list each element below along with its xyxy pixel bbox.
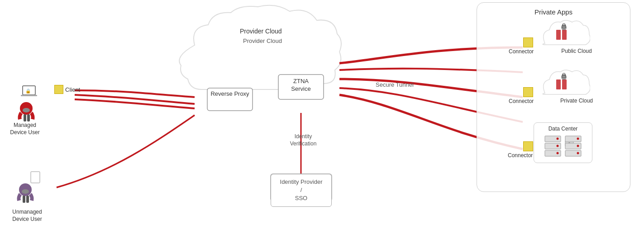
reverse-proxy-label: Reverse Proxy — [207, 90, 253, 98]
svg-rect-17 — [556, 30, 561, 40]
ztna-service-label: ZTNAService — [278, 78, 324, 93]
identity-verification-label: IdentityVerification — [281, 133, 326, 147]
public-cloud-connector-box — [523, 37, 533, 47]
svg-rect-16 — [26, 196, 29, 203]
svg-rect-6 — [21, 95, 37, 96]
diagram-container: Provider Cloud Provider Cloud ZTNASer — [0, 0, 644, 229]
private-cloud-connector-label: Connector — [509, 98, 534, 104]
managed-device-user-icon: 🔒 — [8, 79, 44, 126]
private-apps-container: Private Apps Public Cloud Connector — [477, 2, 630, 192]
svg-point-14 — [22, 189, 29, 194]
managed-device-label: ManagedDevice User — [7, 122, 43, 136]
svg-point-28 — [557, 138, 559, 140]
data-center-box: Data Center — [534, 122, 592, 163]
secure-tunnel-label: Secure Tunnel — [376, 81, 414, 89]
svg-point-38 — [577, 145, 579, 147]
svg-point-9 — [23, 108, 30, 112]
public-cloud-connector-label: Connector — [509, 48, 534, 55]
client-area: Client — [54, 85, 80, 94]
client-connector-box — [54, 85, 63, 94]
svg-rect-12 — [31, 172, 40, 183]
public-cloud-svg — [536, 19, 590, 52]
private-cloud-label: Private Cloud — [556, 98, 597, 104]
svg-rect-22 — [556, 79, 561, 89]
client-label: Client — [65, 86, 80, 93]
svg-text:🔒: 🔒 — [25, 88, 31, 94]
svg-rect-10 — [24, 114, 26, 122]
svg-rect-11 — [27, 114, 30, 122]
svg-point-30 — [557, 145, 559, 147]
svg-rect-15 — [23, 196, 25, 203]
svg-point-32 — [557, 152, 559, 154]
svg-point-36 — [577, 138, 579, 140]
provider-cloud-label: Provider Cloud — [240, 27, 282, 35]
public-cloud-label: Public Cloud — [556, 48, 597, 54]
data-center-title: Data Center — [534, 126, 592, 132]
svg-rect-23 — [562, 79, 567, 89]
private-cloud-connector-box — [523, 87, 533, 97]
data-center-server-icon — [543, 134, 583, 159]
unmanaged-device-label: UnmanagedDevice User — [5, 209, 50, 223]
svg-text:Provider Cloud: Provider Cloud — [243, 37, 282, 44]
identity-provider-box: Identity Provider /SSO — [271, 174, 332, 207]
data-center-connector-label: Connector — [508, 152, 533, 159]
private-apps-title: Private Apps — [534, 8, 572, 16]
unmanaged-device-user-icon — [8, 165, 44, 212]
private-cloud-svg — [536, 68, 590, 102]
svg-point-40 — [577, 152, 579, 154]
svg-rect-18 — [562, 30, 567, 40]
data-center-connector-box — [523, 141, 533, 151]
